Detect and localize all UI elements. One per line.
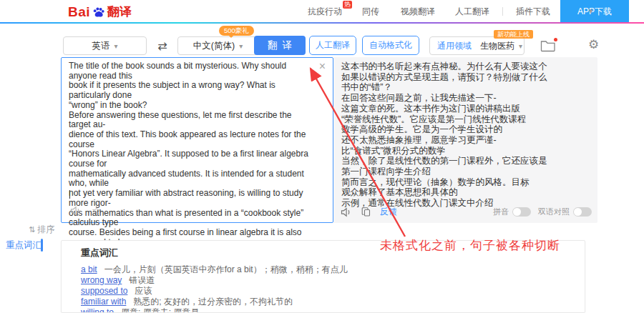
source-speaker-button[interactable]	[70, 206, 82, 216]
vocab-definition: 愿意; 愿意去; 愿意是	[121, 307, 199, 313]
copy-icon	[361, 207, 371, 217]
human-translate-button[interactable]: 人工翻译	[309, 36, 356, 55]
source-tools: ☆	[70, 205, 101, 216]
vocab-term-link[interactable]: familiar with	[81, 297, 126, 307]
vocab-term-link[interactable]: willing to	[81, 307, 114, 313]
translate-button[interactable]: 翻译	[254, 36, 306, 55]
copy-result-button[interactable]	[361, 207, 371, 217]
vocab-term-link[interactable]: supposed to	[81, 286, 127, 296]
vocab-row: willing to愿意; 愿意去; 愿意是	[81, 307, 570, 313]
target-language-select[interactable]: 中文(简体) ▾	[177, 36, 258, 55]
swap-languages-button[interactable]: ⇄	[152, 36, 173, 55]
feedback-link[interactable]: 反馈	[380, 206, 397, 218]
vocab-row: familiar with熟悉的; 友好的，过分亲密的，不拘礼节的	[81, 297, 570, 307]
domain-new-feature-badge: 新功能上线	[494, 30, 533, 39]
header-gradient-divider	[0, 22, 644, 24]
speaker-icon	[341, 207, 352, 217]
sort-icon: ⇅	[29, 225, 35, 234]
notification-dot	[554, 38, 557, 41]
source-language-label: 英语	[92, 40, 109, 52]
chevron-down-icon: ▾	[519, 42, 522, 50]
target-language-label: 中文(简体)	[193, 40, 235, 52]
favorites-folder-button[interactable]	[540, 39, 556, 52]
baidu-translate-page: Bai 翻译 抗疫行动 热 同传 视频翻译 人工翻译 插件下载 APP下载 ▾	[0, 0, 644, 313]
vocab-term-link[interactable]: wrong way	[81, 275, 122, 285]
bilingual-toggle-label: 双语对照	[538, 207, 570, 217]
tab-label: 重点词汇	[6, 240, 42, 250]
nav-item-anti-epidemic[interactable]: 抗疫行动 热	[308, 6, 342, 18]
vocab-definition: 错误道	[129, 275, 155, 285]
sort-label: 排序	[37, 224, 54, 234]
hot-badge: 热	[343, 1, 352, 9]
nav-item-label: 抗疫行动	[308, 6, 342, 16]
auto-format-button[interactable]: 自动格式化	[362, 36, 419, 55]
text-cursor	[69, 190, 70, 199]
nav-item-plugin-download[interactable]: 插件下载	[516, 6, 550, 18]
gear-icon: ⚙	[588, 38, 599, 51]
pinyin-toggle-label: 拼音	[493, 207, 509, 217]
vocab-definition: 熟悉的; 友好的，过分亲密的，不拘礼节的	[133, 297, 293, 307]
baidu-translate-logo[interactable]: Bai 翻译	[68, 4, 132, 20]
result-toggles: 拼音 双语对照	[493, 207, 592, 217]
nav-item-video-translate[interactable]: 视频翻译	[401, 6, 435, 18]
swap-icon: ⇄	[157, 39, 167, 53]
result-speaker-button[interactable]	[341, 207, 352, 217]
folder-icon	[540, 39, 556, 52]
nav-divider	[502, 7, 503, 16]
baidu-paw-icon	[91, 4, 107, 20]
logo-text-bai: Bai	[68, 4, 90, 20]
chevron-down-icon: ▾	[114, 42, 117, 50]
bilingual-toggle[interactable]	[573, 207, 592, 217]
vocab-row: a bit一会儿，片刻（英国英语中亦作for a bit）；稍微，稍稍；有点儿	[81, 264, 570, 275]
active-tab-indicator	[41, 239, 43, 252]
vocab-definition: 应该	[135, 286, 152, 296]
chevron-down-icon: ▾	[239, 42, 243, 50]
promo-badge: 500豪礼	[219, 26, 254, 36]
sort-button[interactable]: ⇅排序	[29, 224, 54, 236]
settings-button[interactable]: ⚙	[588, 36, 599, 54]
nav-item-simultaneous[interactable]: 同传	[362, 6, 379, 18]
vocab-row: supposed to应该	[81, 286, 570, 297]
result-tools: 反馈 拼音 双语对照	[341, 206, 592, 218]
vocab-card-title: 重点词汇	[81, 247, 570, 259]
translation-result-text: 这本书的书名听起来有点神秘。为什么有人要读这个 如果以错误的方式呈现主题，请预订…	[341, 61, 590, 209]
clear-input-close-icon[interactable]: ×	[319, 61, 326, 72]
logo-text-fanyi: 翻译	[107, 4, 132, 20]
vocab-definition: 一会儿，片刻（英国英语中亦作for a bit）；稍微，稍稍；有点儿	[104, 264, 348, 274]
source-language-select[interactable]: 英语 ▾	[63, 36, 147, 55]
user-menu-chevron-down-icon[interactable]: ▾	[589, 6, 593, 16]
tab-key-vocabulary[interactable]: 重点词汇	[0, 238, 44, 252]
nav-item-human-translate[interactable]: 人工翻译	[455, 6, 489, 18]
pinyin-toggle[interactable]	[512, 207, 531, 217]
top-nav: 抗疫行动 热 同传 视频翻译 人工翻译 插件下载 APP下载	[308, 0, 629, 23]
favorite-star-icon[interactable]: ☆	[92, 205, 101, 216]
vocab-row: wrong way错误道	[81, 275, 570, 286]
domain-selected-value: 生物医药	[480, 40, 514, 52]
header: Bai 翻译 抗疫行动 热 同传 视频翻译 人工翻译 插件下载 APP下载 ▾	[0, 0, 644, 23]
domain-select[interactable]: 通用领域 生物医药 ▾	[429, 36, 525, 55]
speaker-icon	[70, 206, 82, 216]
translation-result-panel: 这本书的书名听起来有点神秘。为什么有人要读这个 如果以错误的方式呈现主题，请预订…	[333, 57, 597, 223]
vocab-term-link[interactable]: a bit	[81, 264, 97, 274]
domain-category-label: 通用领域	[437, 40, 472, 52]
nav-item-app-download[interactable]: APP下载	[560, 0, 629, 23]
source-text-panel[interactable]: The title of the book sounds a bit myste…	[61, 57, 333, 223]
key-vocabulary-card: 重点词汇 a bit一会儿，片刻（英国英语中亦作for a bit）；稍微，稍稍…	[61, 240, 585, 313]
